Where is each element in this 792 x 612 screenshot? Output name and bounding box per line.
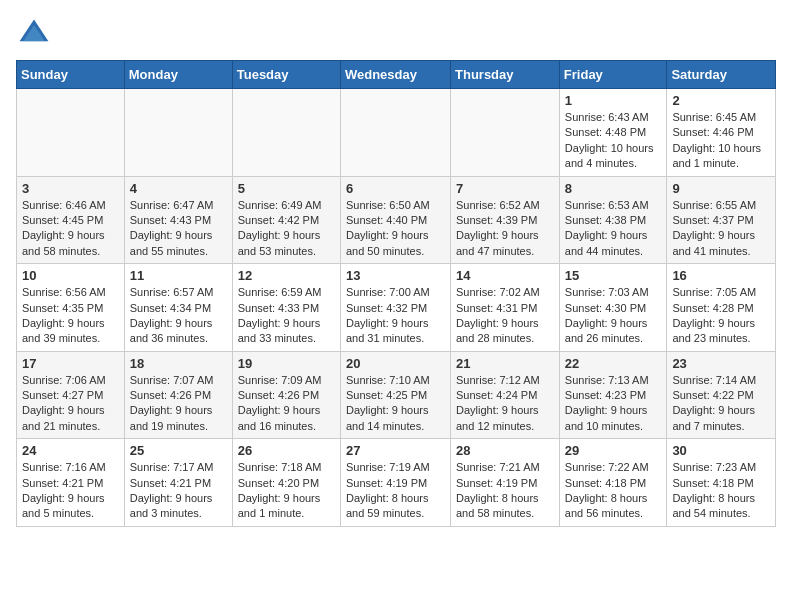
- day-number: 17: [22, 356, 119, 371]
- calendar-day-cell: 10Sunrise: 6:56 AM Sunset: 4:35 PM Dayli…: [17, 264, 125, 352]
- day-number: 5: [238, 181, 335, 196]
- day-number: 10: [22, 268, 119, 283]
- day-info: Sunrise: 7:06 AM Sunset: 4:27 PM Dayligh…: [22, 373, 119, 435]
- day-info: Sunrise: 7:22 AM Sunset: 4:18 PM Dayligh…: [565, 460, 662, 522]
- calendar-day-cell: [232, 89, 340, 177]
- calendar-table: SundayMondayTuesdayWednesdayThursdayFrid…: [16, 60, 776, 527]
- day-info: Sunrise: 7:14 AM Sunset: 4:22 PM Dayligh…: [672, 373, 770, 435]
- calendar-day-cell: [451, 89, 560, 177]
- day-number: 9: [672, 181, 770, 196]
- weekday-header: Wednesday: [340, 61, 450, 89]
- logo: [16, 16, 58, 52]
- weekday-header: Saturday: [667, 61, 776, 89]
- day-number: 7: [456, 181, 554, 196]
- calendar-day-cell: [340, 89, 450, 177]
- day-number: 16: [672, 268, 770, 283]
- day-info: Sunrise: 7:16 AM Sunset: 4:21 PM Dayligh…: [22, 460, 119, 522]
- day-number: 13: [346, 268, 445, 283]
- calendar-day-cell: 28Sunrise: 7:21 AM Sunset: 4:19 PM Dayli…: [451, 439, 560, 527]
- day-number: 22: [565, 356, 662, 371]
- day-number: 4: [130, 181, 227, 196]
- calendar-day-cell: 14Sunrise: 7:02 AM Sunset: 4:31 PM Dayli…: [451, 264, 560, 352]
- calendar-day-cell: 11Sunrise: 6:57 AM Sunset: 4:34 PM Dayli…: [124, 264, 232, 352]
- day-number: 1: [565, 93, 662, 108]
- day-info: Sunrise: 6:56 AM Sunset: 4:35 PM Dayligh…: [22, 285, 119, 347]
- day-info: Sunrise: 7:19 AM Sunset: 4:19 PM Dayligh…: [346, 460, 445, 522]
- day-info: Sunrise: 6:55 AM Sunset: 4:37 PM Dayligh…: [672, 198, 770, 260]
- calendar-day-cell: 13Sunrise: 7:00 AM Sunset: 4:32 PM Dayli…: [340, 264, 450, 352]
- day-number: 15: [565, 268, 662, 283]
- calendar-day-cell: 4Sunrise: 6:47 AM Sunset: 4:43 PM Daylig…: [124, 176, 232, 264]
- calendar-day-cell: 3Sunrise: 6:46 AM Sunset: 4:45 PM Daylig…: [17, 176, 125, 264]
- day-info: Sunrise: 6:53 AM Sunset: 4:38 PM Dayligh…: [565, 198, 662, 260]
- calendar-day-cell: 20Sunrise: 7:10 AM Sunset: 4:25 PM Dayli…: [340, 351, 450, 439]
- weekday-header: Thursday: [451, 61, 560, 89]
- calendar-day-cell: 16Sunrise: 7:05 AM Sunset: 4:28 PM Dayli…: [667, 264, 776, 352]
- day-number: 20: [346, 356, 445, 371]
- day-number: 29: [565, 443, 662, 458]
- weekday-header: Monday: [124, 61, 232, 89]
- calendar-day-cell: 21Sunrise: 7:12 AM Sunset: 4:24 PM Dayli…: [451, 351, 560, 439]
- calendar-day-cell: 6Sunrise: 6:50 AM Sunset: 4:40 PM Daylig…: [340, 176, 450, 264]
- calendar-day-cell: 22Sunrise: 7:13 AM Sunset: 4:23 PM Dayli…: [559, 351, 667, 439]
- calendar-day-cell: 30Sunrise: 7:23 AM Sunset: 4:18 PM Dayli…: [667, 439, 776, 527]
- day-info: Sunrise: 6:46 AM Sunset: 4:45 PM Dayligh…: [22, 198, 119, 260]
- day-info: Sunrise: 6:47 AM Sunset: 4:43 PM Dayligh…: [130, 198, 227, 260]
- weekday-header: Friday: [559, 61, 667, 89]
- day-number: 18: [130, 356, 227, 371]
- calendar-day-cell: 7Sunrise: 6:52 AM Sunset: 4:39 PM Daylig…: [451, 176, 560, 264]
- calendar-day-cell: 25Sunrise: 7:17 AM Sunset: 4:21 PM Dayli…: [124, 439, 232, 527]
- logo-icon: [16, 16, 52, 52]
- day-info: Sunrise: 7:10 AM Sunset: 4:25 PM Dayligh…: [346, 373, 445, 435]
- day-info: Sunrise: 6:45 AM Sunset: 4:46 PM Dayligh…: [672, 110, 770, 172]
- day-info: Sunrise: 6:52 AM Sunset: 4:39 PM Dayligh…: [456, 198, 554, 260]
- calendar-day-cell: 5Sunrise: 6:49 AM Sunset: 4:42 PM Daylig…: [232, 176, 340, 264]
- calendar-week-row: 10Sunrise: 6:56 AM Sunset: 4:35 PM Dayli…: [17, 264, 776, 352]
- day-number: 14: [456, 268, 554, 283]
- day-number: 30: [672, 443, 770, 458]
- day-info: Sunrise: 7:13 AM Sunset: 4:23 PM Dayligh…: [565, 373, 662, 435]
- calendar-day-cell: 23Sunrise: 7:14 AM Sunset: 4:22 PM Dayli…: [667, 351, 776, 439]
- calendar-day-cell: 9Sunrise: 6:55 AM Sunset: 4:37 PM Daylig…: [667, 176, 776, 264]
- calendar-day-cell: [17, 89, 125, 177]
- calendar-day-cell: 29Sunrise: 7:22 AM Sunset: 4:18 PM Dayli…: [559, 439, 667, 527]
- day-info: Sunrise: 7:09 AM Sunset: 4:26 PM Dayligh…: [238, 373, 335, 435]
- day-number: 8: [565, 181, 662, 196]
- day-info: Sunrise: 7:17 AM Sunset: 4:21 PM Dayligh…: [130, 460, 227, 522]
- day-number: 23: [672, 356, 770, 371]
- day-number: 19: [238, 356, 335, 371]
- day-number: 24: [22, 443, 119, 458]
- calendar-day-cell: 2Sunrise: 6:45 AM Sunset: 4:46 PM Daylig…: [667, 89, 776, 177]
- day-info: Sunrise: 7:12 AM Sunset: 4:24 PM Dayligh…: [456, 373, 554, 435]
- calendar-week-row: 17Sunrise: 7:06 AM Sunset: 4:27 PM Dayli…: [17, 351, 776, 439]
- calendar-day-cell: 17Sunrise: 7:06 AM Sunset: 4:27 PM Dayli…: [17, 351, 125, 439]
- day-number: 26: [238, 443, 335, 458]
- calendar-day-cell: 19Sunrise: 7:09 AM Sunset: 4:26 PM Dayli…: [232, 351, 340, 439]
- calendar-day-cell: 27Sunrise: 7:19 AM Sunset: 4:19 PM Dayli…: [340, 439, 450, 527]
- calendar-week-row: 3Sunrise: 6:46 AM Sunset: 4:45 PM Daylig…: [17, 176, 776, 264]
- day-number: 21: [456, 356, 554, 371]
- page-header: [16, 16, 776, 52]
- calendar-day-cell: 8Sunrise: 6:53 AM Sunset: 4:38 PM Daylig…: [559, 176, 667, 264]
- day-number: 3: [22, 181, 119, 196]
- calendar-day-cell: 15Sunrise: 7:03 AM Sunset: 4:30 PM Dayli…: [559, 264, 667, 352]
- calendar-week-row: 1Sunrise: 6:43 AM Sunset: 4:48 PM Daylig…: [17, 89, 776, 177]
- day-info: Sunrise: 6:59 AM Sunset: 4:33 PM Dayligh…: [238, 285, 335, 347]
- weekday-header: Sunday: [17, 61, 125, 89]
- day-info: Sunrise: 7:23 AM Sunset: 4:18 PM Dayligh…: [672, 460, 770, 522]
- calendar-day-cell: 26Sunrise: 7:18 AM Sunset: 4:20 PM Dayli…: [232, 439, 340, 527]
- day-info: Sunrise: 6:43 AM Sunset: 4:48 PM Dayligh…: [565, 110, 662, 172]
- calendar-week-row: 24Sunrise: 7:16 AM Sunset: 4:21 PM Dayli…: [17, 439, 776, 527]
- day-number: 6: [346, 181, 445, 196]
- day-info: Sunrise: 7:07 AM Sunset: 4:26 PM Dayligh…: [130, 373, 227, 435]
- day-info: Sunrise: 7:02 AM Sunset: 4:31 PM Dayligh…: [456, 285, 554, 347]
- day-number: 25: [130, 443, 227, 458]
- day-info: Sunrise: 6:50 AM Sunset: 4:40 PM Dayligh…: [346, 198, 445, 260]
- calendar-day-cell: 18Sunrise: 7:07 AM Sunset: 4:26 PM Dayli…: [124, 351, 232, 439]
- day-number: 27: [346, 443, 445, 458]
- day-number: 11: [130, 268, 227, 283]
- day-info: Sunrise: 7:21 AM Sunset: 4:19 PM Dayligh…: [456, 460, 554, 522]
- day-number: 2: [672, 93, 770, 108]
- weekday-header-row: SundayMondayTuesdayWednesdayThursdayFrid…: [17, 61, 776, 89]
- day-info: Sunrise: 7:03 AM Sunset: 4:30 PM Dayligh…: [565, 285, 662, 347]
